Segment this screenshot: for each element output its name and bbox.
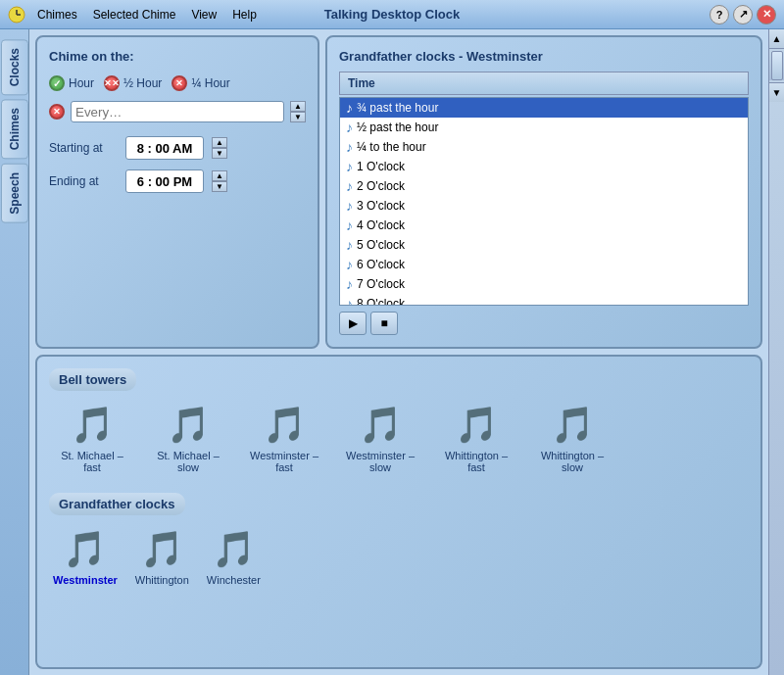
ending-at-label: Ending at <box>49 174 118 188</box>
sidebar-tab-chimes[interactable]: Chimes <box>1 99 28 159</box>
main-content: Clocks Chimes Speech Chime on the: Hour … <box>0 29 784 675</box>
bell-tower-card[interactable]: 🎵St. Michael – slow <box>145 401 231 477</box>
bell-tower-card[interactable]: 🎵St. Michael – fast <box>49 401 135 477</box>
help-button[interactable]: ? <box>710 5 729 24</box>
grandfather-card[interactable]: 🎵Winchester <box>203 525 265 590</box>
menu-bar: Chimes Selected Chime View Help <box>31 6 263 24</box>
window-title: Talking Desktop Clock <box>324 7 460 22</box>
ending-spin-down[interactable]: ▼ <box>212 181 227 192</box>
music-icon: 🎵 <box>551 405 595 446</box>
quarter-hour-option[interactable]: ✕ ¼ Hour <box>172 75 229 91</box>
bell-tower-card[interactable]: 🎵Westminster – slow <box>337 401 423 477</box>
ending-at-input[interactable] <box>125 169 204 193</box>
quarter-hour-label: ¼ Hour <box>191 76 229 90</box>
music-icon: 🎵 <box>212 529 256 570</box>
maximize-button[interactable]: ↗ <box>733 5 753 24</box>
note-icon: ♪ <box>346 276 353 292</box>
app-icon <box>8 6 25 24</box>
card-label: Whittington – slow <box>533 450 612 473</box>
stop-button[interactable]: ■ <box>370 312 398 335</box>
bottom-panel: Bell towers 🎵St. Michael – fast🎵St. Mich… <box>35 355 762 669</box>
chime-list-item[interactable]: ♪6 O'clock <box>340 255 748 274</box>
chime-list-title: Grandfather clocks - Westminster <box>339 49 749 64</box>
music-icon: 🎵 <box>455 405 499 446</box>
card-label: Whittington – fast <box>437 450 515 473</box>
chime-list-item[interactable]: ♪1 O'clock <box>340 157 748 176</box>
every-row: ✕ ▲ ▼ <box>49 101 306 122</box>
bell-towers-grid: 🎵St. Michael – fast🎵St. Michael – slow🎵W… <box>49 401 749 477</box>
grandfather-card[interactable]: 🎵Whittington <box>131 525 193 590</box>
grandfather-clocks-header: Grandfather clocks <box>49 493 185 515</box>
quarter-hour-radio[interactable]: ✕ <box>172 75 187 91</box>
note-icon: ♪ <box>346 178 353 194</box>
note-icon: ♪ <box>346 217 353 233</box>
chime-list-item[interactable]: ♪8 O'clock <box>340 294 748 306</box>
starting-at-input[interactable] <box>125 136 204 160</box>
bell-tower-card[interactable]: 🎵Whittington – fast <box>433 401 519 477</box>
hour-option[interactable]: Hour <box>49 75 94 91</box>
half-hour-label: ½ Hour <box>123 76 162 90</box>
scroll-thumb[interactable] <box>771 51 783 80</box>
starting-spin-up[interactable]: ▲ <box>212 137 227 148</box>
every-radio[interactable]: ✕ <box>49 104 65 120</box>
chime-settings-panel: Chime on the: Hour ✕ ½ Hour ✕ ¼ Hour <box>35 35 319 349</box>
ending-spin-up[interactable]: ▲ <box>212 170 227 181</box>
chime-list-item[interactable]: ♪5 O'clock <box>340 235 748 255</box>
card-label: Winchester <box>207 574 261 586</box>
title-bar: Chimes Selected Chime View Help Talking … <box>0 0 784 29</box>
note-icon: ♪ <box>346 139 353 155</box>
grandfather-card[interactable]: 🎵Westminster <box>49 525 122 590</box>
playback-controls: ▶ ■ <box>339 312 749 335</box>
play-button[interactable]: ▶ <box>339 312 367 335</box>
chime-list-panel: Grandfather clocks - Westminster Time ♪¾… <box>325 35 762 349</box>
bell-towers-header: Bell towers <box>49 368 136 391</box>
every-spin-up[interactable]: ▲ <box>290 101 306 112</box>
half-hour-option[interactable]: ✕ ½ Hour <box>104 75 162 91</box>
sidebar-tab-clocks[interactable]: Clocks <box>1 39 28 95</box>
title-buttons: ? ↗ ✕ <box>710 5 776 24</box>
menu-chimes[interactable]: Chimes <box>31 6 83 24</box>
chime-list-item[interactable]: ♪½ past the hour <box>340 118 748 137</box>
chime-list-item[interactable]: ♪¼ to the hour <box>340 137 748 157</box>
every-spinner: ▲ ▼ <box>290 101 306 122</box>
chime-list-item[interactable]: ♪2 O'clock <box>340 176 748 196</box>
scroll-down-arrow[interactable]: ▼ <box>769 82 784 102</box>
outer-scrollbar[interactable]: ▲ ▼ <box>768 29 784 675</box>
every-input[interactable] <box>71 101 284 122</box>
note-icon: ♪ <box>346 237 353 253</box>
note-icon: ♪ <box>346 100 353 116</box>
music-icon: 🎵 <box>359 405 403 446</box>
card-label: Westminster – slow <box>341 450 419 473</box>
music-icon: 🎵 <box>167 405 211 446</box>
note-icon: ♪ <box>346 159 353 174</box>
music-icon: 🎵 <box>263 405 307 446</box>
card-label: Westminster <box>53 574 118 586</box>
chime-options-row: Hour ✕ ½ Hour ✕ ¼ Hour <box>49 75 306 91</box>
bell-tower-card[interactable]: 🎵Whittington – slow <box>529 401 615 477</box>
sidebar-tab-speech[interactable]: Speech <box>1 164 28 223</box>
starting-spinner: ▲ ▼ <box>212 137 227 159</box>
chime-list-item[interactable]: ♪¾ past the hour <box>340 98 748 118</box>
menu-selected-chime[interactable]: Selected Chime <box>87 6 182 24</box>
starting-at-row: Starting at ▲ ▼ <box>49 136 306 160</box>
chime-list-container[interactable]: ♪¾ past the hour♪½ past the hour♪¼ to th… <box>339 97 749 306</box>
chime-list-item[interactable]: ♪7 O'clock <box>340 274 748 294</box>
chime-list-item[interactable]: ♪3 O'clock <box>340 196 748 216</box>
note-icon: ♪ <box>346 198 353 214</box>
hour-radio[interactable] <box>49 75 65 91</box>
half-hour-radio[interactable]: ✕ <box>104 75 120 91</box>
scroll-up-arrow[interactable]: ▲ <box>769 29 784 49</box>
bell-tower-card[interactable]: 🎵Westminster – fast <box>241 401 327 477</box>
note-icon: ♪ <box>346 296 353 306</box>
hour-label: Hour <box>69 76 94 90</box>
menu-help[interactable]: Help <box>226 6 263 24</box>
menu-view[interactable]: View <box>185 6 222 24</box>
chime-list-item[interactable]: ♪4 O'clock <box>340 216 748 235</box>
card-label: Westminster – fast <box>245 450 323 473</box>
every-spin-down[interactable]: ▼ <box>290 112 306 122</box>
top-panel: Chime on the: Hour ✕ ½ Hour ✕ ¼ Hour <box>35 35 762 349</box>
starting-spin-down[interactable]: ▼ <box>212 148 227 159</box>
ending-spinner: ▲ ▼ <box>212 170 227 192</box>
close-button[interactable]: ✕ <box>757 5 776 24</box>
card-label: St. Michael – fast <box>53 450 131 473</box>
